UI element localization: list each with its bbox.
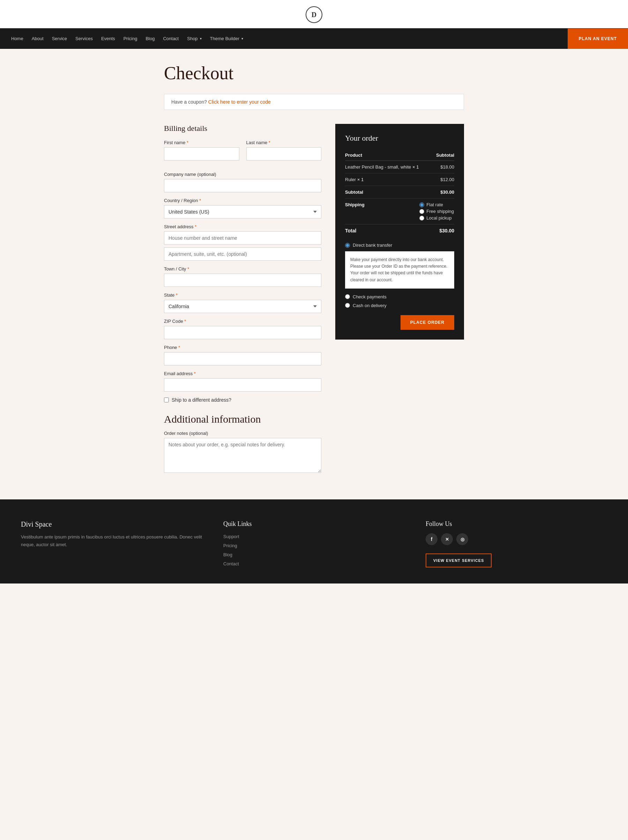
bank-transfer-label: Direct bank transfer <box>353 243 392 248</box>
last-name-label: Last name * <box>246 140 322 145</box>
first-name-input[interactable] <box>164 147 239 161</box>
footer-link-support: Support <box>223 533 405 540</box>
name-row: First name * Last name * <box>164 140 321 166</box>
nav-links: Home About Service Services Events Prici… <box>0 28 254 49</box>
nav-theme-builder[interactable]: Theme Builder ▾ <box>206 28 248 49</box>
footer-link-pricing: Pricing <box>223 542 405 549</box>
nav-shop[interactable]: Shop ▾ <box>183 28 205 49</box>
view-event-services-button[interactable]: VIEW EVENT SERVICES <box>426 554 492 567</box>
payment-cod[interactable]: Cash on delivery <box>345 303 454 308</box>
total-value: $30.00 <box>420 224 454 237</box>
shipping-options-cell: Flat rate Free shipping Local pickup <box>420 199 454 224</box>
first-name-label: First name * <box>164 140 239 145</box>
flat-rate-radio[interactable] <box>420 202 424 207</box>
required-marker-city: * <box>186 266 189 272</box>
required-marker-zip: * <box>183 319 186 324</box>
contact-link[interactable]: Contact <box>223 561 239 567</box>
country-select[interactable]: United States (US) <box>164 205 321 218</box>
payment-bank-transfer[interactable]: Direct bank transfer <box>345 243 454 248</box>
free-shipping-label: Free shipping <box>426 209 454 214</box>
footer-links-col: Quik Links Support Pricing Blog Contact <box>223 520 405 570</box>
footer-links-title: Quik Links <box>223 520 405 528</box>
order-box: Your order Product Subtotal Leather Penc… <box>335 124 464 339</box>
nav-services[interactable]: Services <box>71 28 97 49</box>
facebook-icon[interactable]: f <box>426 533 437 545</box>
page-wrapper: Checkout Have a coupon? Click here to en… <box>157 49 471 499</box>
shipping-options: Flat rate Free shipping Local pickup <box>420 202 454 221</box>
last-name-input[interactable] <box>246 147 322 161</box>
plan-event-button[interactable]: PLAN AN EVENT <box>568 28 628 49</box>
shipping-label: Shipping <box>345 199 420 224</box>
shipping-flat-rate[interactable]: Flat rate <box>420 202 454 207</box>
nav-service[interactable]: Service <box>48 28 71 49</box>
state-label: State * <box>164 292 321 298</box>
billing-title: Billing details <box>164 124 321 133</box>
zip-input[interactable] <box>164 326 321 339</box>
order-item-1: Leather Pencil Bag - small, white × 1 $1… <box>345 161 454 174</box>
state-select[interactable]: California <box>164 300 321 313</box>
shipping-free[interactable]: Free shipping <box>420 209 454 214</box>
theme-builder-chevron-icon: ▾ <box>241 36 243 41</box>
footer-description: Vestibulum ante ipsum primis in faucibus… <box>21 533 202 549</box>
main-nav: Home About Service Services Events Prici… <box>0 28 628 49</box>
footer-social-col: Follow Us f ✕ ◎ VIEW EVENT SERVICES <box>426 520 607 570</box>
nav-home[interactable]: Home <box>7 28 28 49</box>
city-group: Town / City * <box>164 266 321 287</box>
site-logo[interactable]: D <box>306 6 322 23</box>
cod-radio[interactable] <box>345 303 350 308</box>
city-input[interactable] <box>164 273 321 287</box>
nav-blog[interactable]: Blog <box>141 28 159 49</box>
site-footer: Divi Space Vestibulum ante ipsum primis … <box>0 499 628 584</box>
email-input[interactable] <box>164 378 321 392</box>
follow-us-title: Follow Us <box>426 520 607 528</box>
subtotal-value: $30.00 <box>420 186 454 199</box>
coupon-text: Have a coupon? <box>171 99 207 105</box>
shipping-row: Shipping Flat rate Free shipp <box>345 199 454 224</box>
phone-input[interactable] <box>164 352 321 365</box>
phone-label: Phone * <box>164 345 321 350</box>
place-order-wrapper: PLACE ORDER <box>345 312 454 330</box>
street-label: Street address * <box>164 224 321 229</box>
subtotal-label: Subtotal <box>345 186 420 199</box>
coupon-link[interactable]: Click here to enter your code <box>208 99 271 105</box>
total-row: Total $30.00 <box>345 224 454 237</box>
street-input[interactable] <box>164 231 321 245</box>
order-section: Your order Product Subtotal Leather Penc… <box>335 124 464 339</box>
pricing-link[interactable]: Pricing <box>223 543 237 548</box>
ship-different-checkbox[interactable] <box>164 398 169 403</box>
country-group: Country / Region * United States (US) <box>164 198 321 218</box>
bank-transfer-radio[interactable] <box>345 243 350 248</box>
check-label: Check payments <box>353 294 387 299</box>
order-notes-input[interactable] <box>164 438 321 473</box>
shipping-local-pickup[interactable]: Local pickup <box>420 215 454 221</box>
twitter-icon[interactable]: ✕ <box>441 533 453 545</box>
company-input[interactable] <box>164 179 321 192</box>
street-group: Street address * <box>164 224 321 261</box>
free-shipping-radio[interactable] <box>420 209 424 214</box>
nav-pricing[interactable]: Pricing <box>119 28 142 49</box>
check-radio[interactable] <box>345 294 350 299</box>
first-name-group: First name * <box>164 140 239 161</box>
place-order-button[interactable]: PLACE ORDER <box>401 315 454 330</box>
col-subtotal: Subtotal <box>420 150 454 161</box>
footer-brand-col: Divi Space Vestibulum ante ipsum primis … <box>21 520 202 570</box>
item-1-price: $18.00 <box>420 161 454 174</box>
apt-input[interactable] <box>164 248 321 261</box>
nav-contact[interactable]: Contact <box>159 28 183 49</box>
local-pickup-radio[interactable] <box>420 216 424 221</box>
blog-link[interactable]: Blog <box>223 552 232 557</box>
support-link[interactable]: Support <box>223 534 239 539</box>
cod-label: Cash on delivery <box>353 303 387 308</box>
total-label: Total <box>345 224 420 237</box>
order-table: Product Subtotal Leather Pencil Bag - sm… <box>345 150 454 237</box>
required-marker: * <box>185 140 188 145</box>
instagram-icon[interactable]: ◎ <box>456 533 468 545</box>
shop-chevron-icon: ▾ <box>200 36 202 41</box>
order-notes-label: Order notes (optional) <box>164 431 321 436</box>
required-marker-state: * <box>174 292 178 298</box>
payment-check[interactable]: Check payments <box>345 294 454 299</box>
item-1-name: Leather Pencil Bag - small, white × 1 <box>345 161 420 174</box>
nav-events[interactable]: Events <box>97 28 119 49</box>
site-header: D <box>0 0 628 28</box>
nav-about[interactable]: About <box>28 28 48 49</box>
